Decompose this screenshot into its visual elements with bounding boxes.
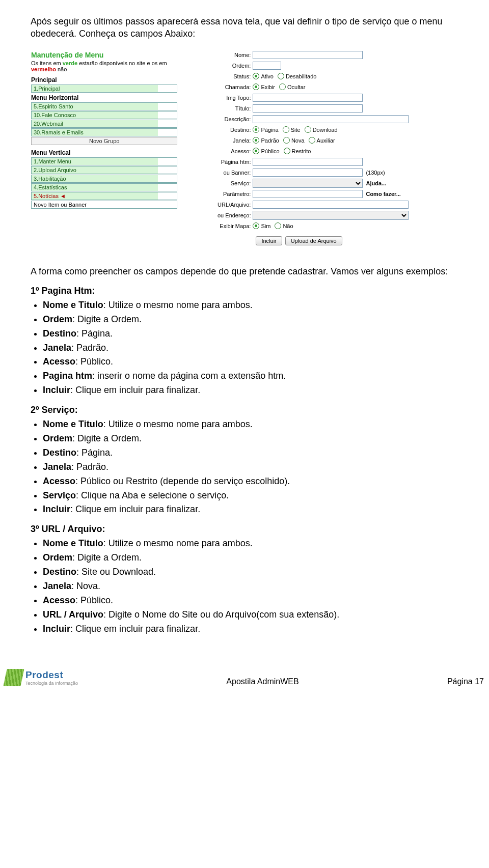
incluir-button[interactable]: Incluir: [256, 236, 282, 245]
footer-center: Apostila AdminWEB: [226, 677, 298, 686]
input-nome[interactable]: [253, 51, 363, 59]
list-item-selected[interactable]: 5.Notícias ◄: [31, 192, 177, 200]
section-3-list: Nome e Titulo: Utilize o mesmo nome para…: [43, 537, 458, 636]
input-descricao[interactable]: [253, 115, 409, 123]
radio-dot-icon: [253, 83, 259, 90]
radio-label: Exibir: [261, 84, 275, 90]
label-mapa: Exibir Mapa:: [184, 223, 253, 229]
bullet-bold: Ordem: [43, 433, 72, 443]
list-item[interactable]: 4.Estatísticas: [31, 183, 177, 191]
input-paghtm[interactable]: [253, 158, 363, 166]
label-servico: Serviço:: [184, 180, 253, 186]
list-item[interactable]: 20.Webmail: [31, 120, 177, 128]
section-3-title: 3º URL / Arquivo:: [31, 524, 458, 535]
list-item: Ordem: Digite a Ordem.: [43, 432, 458, 446]
input-ordem[interactable]: [253, 62, 281, 70]
bullet-bold: Pagina htm: [43, 371, 92, 381]
label-titulo: Título:: [184, 105, 253, 111]
panel-legend: Os itens em verde estarão disponíveis no…: [31, 60, 177, 75]
item-label: 3.Habilitação: [32, 175, 158, 182]
bullet-bold: Janela: [43, 581, 71, 591]
radio-nao[interactable]: Não: [275, 222, 293, 229]
radio-dot-icon: [278, 73, 284, 79]
radio-label: Não: [283, 223, 293, 229]
list-item: URL / Arquivo: Digite o Nome do Site ou …: [43, 608, 458, 622]
item-label: 5.Notícias ◄: [32, 192, 158, 200]
label-janela: Janela:: [184, 137, 253, 144]
radio-dot-icon: [253, 137, 259, 144]
list-item: Incluir: Clique em incluir para finaliza…: [43, 622, 458, 636]
radio-publico[interactable]: Público: [253, 148, 279, 154]
section-1-title: 1º Pagina Htm:: [31, 286, 458, 296]
input-titulo[interactable]: [253, 104, 363, 113]
list-item[interactable]: 10.Fale Conosco: [31, 111, 177, 119]
group-principal: Principal: [31, 75, 177, 85]
list-item: Destino: Site ou Download.: [43, 565, 458, 579]
radio-sim[interactable]: Sim: [253, 222, 270, 229]
list-item[interactable]: 30.Ramais e Emails: [31, 128, 177, 136]
bullet-bold: Acesso: [43, 356, 75, 367]
help-link[interactable]: Ajuda...: [363, 180, 386, 186]
bullet-bold: Destino: [43, 328, 76, 339]
label-parametro: Parâmetro:: [184, 191, 253, 197]
radio-dot-icon: [283, 126, 289, 133]
label-chamada: Chamada:: [184, 84, 253, 90]
radio-label: Público: [261, 148, 279, 154]
section-2-list: Nome e Titulo: Utilize o mesmo nome para…: [43, 417, 458, 517]
brand-logo: Prodest Tecnologia da Informação: [5, 669, 78, 686]
radio-desabilitado[interactable]: Desabilitado: [278, 73, 317, 79]
brand-name: Prodest: [25, 669, 78, 681]
novo-grupo-button[interactable]: Novo Grupo: [31, 137, 177, 145]
radio-label: Página: [261, 127, 278, 133]
radio-download[interactable]: Download: [305, 126, 338, 133]
banner-size-hint: (130px): [363, 170, 385, 176]
logo-icon: [3, 669, 24, 686]
novo-item-input[interactable]: [31, 201, 177, 209]
input-urlarq[interactable]: [253, 201, 409, 209]
list-item[interactable]: 3.Habilitação: [31, 175, 177, 183]
howto-link[interactable]: Como fazer...: [363, 191, 400, 197]
list-item[interactable]: 1.Principal: [31, 85, 177, 93]
radio-label: Nova: [291, 137, 305, 144]
radio-site[interactable]: Site: [283, 126, 301, 133]
radio-auxiliar[interactable]: Auxiliar: [309, 137, 335, 144]
list-item[interactable]: 5.Espirito Santo: [31, 102, 177, 110]
radio-pagina[interactable]: Página: [253, 126, 278, 133]
radio-ocultar[interactable]: Ocultar: [279, 83, 305, 90]
list-item: Ordem: Digite a Ordem.: [43, 313, 458, 327]
input-imgtopo[interactable]: [253, 94, 363, 102]
radio-label: Download: [313, 127, 338, 133]
list-item: Destino: Página.: [43, 446, 458, 460]
radio-dot-icon: [283, 137, 290, 144]
input-parametro[interactable]: [253, 190, 363, 198]
radio-ativo[interactable]: Ativo: [253, 73, 273, 79]
bullet-bold: Janela: [43, 343, 71, 353]
group-horizontal: Menu Horizontal: [31, 93, 177, 102]
upload-button[interactable]: Upload de Arquivo: [285, 236, 342, 245]
radio-label: Restrito: [292, 148, 311, 154]
radio-nova[interactable]: Nova: [283, 137, 305, 144]
legend-post: não: [56, 66, 67, 72]
radio-dot-icon: [284, 148, 290, 154]
label-paghtm: Página htm:: [184, 159, 253, 165]
radio-exibir[interactable]: Exibir: [253, 83, 275, 90]
label-urlarq: URL/Arquivo:: [184, 202, 253, 208]
input-banner[interactable]: [253, 169, 363, 177]
label-descricao: Descrição:: [184, 116, 253, 122]
list-item: Janela: Padrão.: [43, 460, 458, 474]
radio-dot-icon: [275, 222, 281, 229]
list-item: Janela: Padrão.: [43, 341, 458, 355]
radio-dot-icon: [305, 126, 311, 133]
novo-item-field[interactable]: [32, 201, 154, 208]
bullet-bold: Incluir: [43, 624, 70, 634]
select-endereco[interactable]: [253, 211, 409, 220]
select-servico[interactable]: [253, 179, 363, 188]
list-item: Serviço: Clique na Aba e selecione o ser…: [43, 489, 458, 503]
list-item[interactable]: 2.Upload Arquivo: [31, 166, 177, 174]
radio-restrito[interactable]: Restrito: [284, 148, 311, 154]
radio-label: Desabilitado: [286, 73, 317, 79]
radio-dot-icon: [253, 148, 259, 154]
legend-pre: Os itens em: [31, 60, 63, 66]
list-item[interactable]: 1.Manter Menu: [31, 157, 177, 165]
radio-padrao[interactable]: Padrão: [253, 137, 279, 144]
